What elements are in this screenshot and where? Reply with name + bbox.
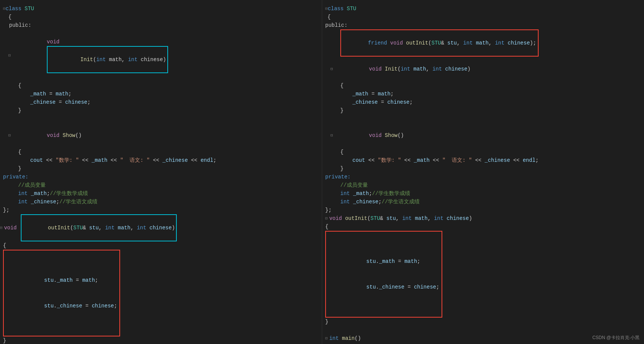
line-math-assign: _math = math; xyxy=(0,90,322,98)
line-rchinese-assign: _chinese = chinese; xyxy=(322,98,644,106)
line-int-chinese: int _chinese;//学生语文成绩 xyxy=(0,198,322,206)
line-rbrace3: } xyxy=(322,106,644,115)
fold-icon-left-3[interactable]: ⊟ xyxy=(8,131,11,140)
fold-icon-right-3[interactable]: ⊟ xyxy=(330,131,333,140)
line-friend-red: friend void outInit(STU& stu, int math, … xyxy=(322,29,644,57)
line-brace6: { xyxy=(0,241,322,250)
line-rbrace4: { xyxy=(322,148,644,156)
line-red-box-left: stu._math = math; stu._chinese = chinese… xyxy=(0,250,322,336)
line-rint-chinese: int _chinese;//学生语文成绩 xyxy=(322,198,644,206)
fold-icon-left-2[interactable]: ⊟ xyxy=(8,51,11,60)
line-rmath-assign: _math = math; xyxy=(322,90,644,98)
line-rbrace8: { xyxy=(322,342,644,344)
line-brace1: { xyxy=(0,13,322,21)
right-code-panel: ⊟ class STU { public: friend void outIni… xyxy=(322,0,644,344)
line-private-left: private: xyxy=(0,173,322,181)
left-code-panel: ⊟ class STU { public: ⊟ void Init(int ma… xyxy=(0,0,322,344)
line-rsemicolon: }; xyxy=(322,206,644,214)
line-brace3: } xyxy=(0,106,322,115)
line-rbrace6: { xyxy=(322,223,644,231)
line-comment-members: //成员变量 xyxy=(0,181,322,189)
line-rbrace1: { xyxy=(322,13,644,21)
line-rcout: cout << "数学: " << _math << " 语文: " << _c… xyxy=(322,156,644,164)
line-rvoid-show: ⊟ void Show() xyxy=(322,123,644,148)
line-int-math: int _math;//学生数学成绩 xyxy=(0,189,322,198)
kw-class: class xyxy=(6,5,25,13)
line-rvoid-init: ⊟ void Init(int math, int chinese) xyxy=(322,57,644,81)
line-rint-math: int _math;//学生数学成绩 xyxy=(322,189,644,198)
line-brace5: } xyxy=(0,164,322,173)
line-void-init: ⊟ void Init(int math, int chinese) xyxy=(0,29,322,81)
box-stu-right-red: stu._math = math; stu._chinese = chinese… xyxy=(325,231,442,318)
line-blank1 xyxy=(0,115,322,123)
line-rblank2 xyxy=(322,326,644,334)
line-rbrace2: { xyxy=(322,81,644,90)
line-rbrace7: } xyxy=(322,318,644,326)
line-rcomment: //成员变量 xyxy=(322,181,644,189)
right-code-container: ⊟ class STU { public: friend void outIni… xyxy=(322,3,644,344)
box-friend-red-right: friend void outInit(STU& stu, int math, … xyxy=(340,29,539,57)
line-semicolon: }; xyxy=(0,206,322,214)
fold-icon-right-4[interactable]: ⊟ xyxy=(325,214,328,223)
line-rvoid-outinit: ⊟ void outInit(STU& stu, int math, int c… xyxy=(322,214,644,223)
fold-icon-right-5[interactable]: ⊟ xyxy=(325,334,328,342)
line-cout: cout << "数学: " << _math << " 语文: " << _c… xyxy=(0,156,322,164)
fold-icon-left-1[interactable]: ⊟ xyxy=(3,5,6,13)
left-code-container: ⊟ class STU { public: ⊟ void Init(int ma… xyxy=(0,3,322,344)
line-rred-box: stu._math = math; stu._chinese = chinese… xyxy=(322,231,644,318)
line-void-show: ⊟ void Show() xyxy=(0,123,322,148)
line-out-init-left: ⊟ void outInit(STU& stu, int math, int c… xyxy=(0,214,322,241)
line-brace4: { xyxy=(0,148,322,156)
watermark: CSDN @卡拉肖克·小黑 xyxy=(592,335,639,341)
line-chinese-assign: _chinese = chinese; xyxy=(0,98,322,106)
line-brace7: } xyxy=(0,336,322,344)
fold-icon-right-1[interactable]: ⊟ xyxy=(325,5,328,13)
line-rprivate: private: xyxy=(322,173,644,181)
line-public: public: xyxy=(0,21,322,29)
line-rbrace5: } xyxy=(322,164,644,173)
line-rpublic: public: xyxy=(322,21,644,29)
line-class-stu-left: ⊟ class STU xyxy=(0,5,322,13)
box-init-blue-left: Init(int math, int chinese) xyxy=(47,46,168,73)
fold-icon-right-2[interactable]: ⊟ xyxy=(330,65,333,73)
line-class-stu-right: ⊟ class STU xyxy=(322,5,644,13)
box-stu-math-red-left: stu._math = math; stu._chinese = chinese… xyxy=(3,250,120,336)
box-outinit-blue-left: outInit(STU& stu, int math, int chinese) xyxy=(21,214,177,241)
fold-icon-left-4[interactable]: ⊟ xyxy=(0,224,3,232)
line-rblank1 xyxy=(322,115,644,123)
line-brace2: { xyxy=(0,81,322,90)
